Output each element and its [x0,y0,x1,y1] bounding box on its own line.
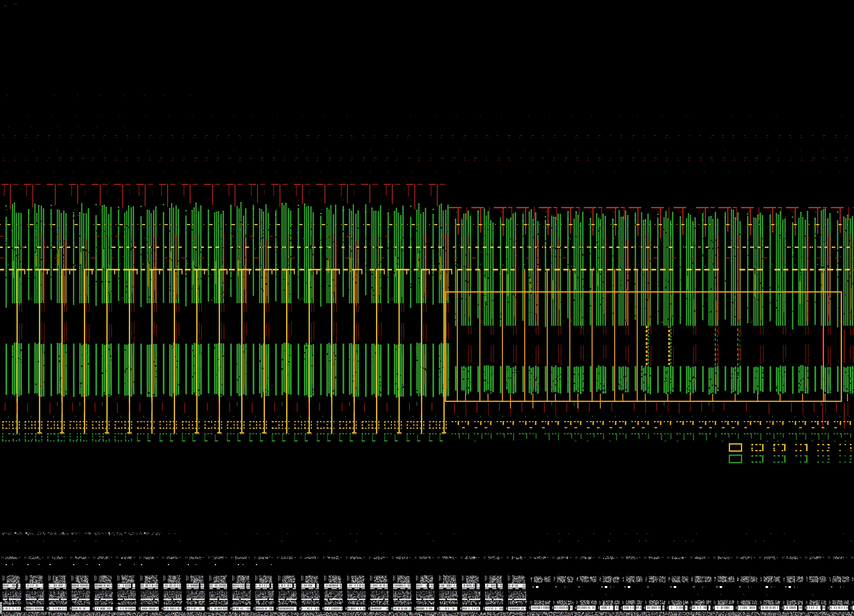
layout-canvas[interactable] [0,0,854,616]
layout-viewport [0,0,854,616]
